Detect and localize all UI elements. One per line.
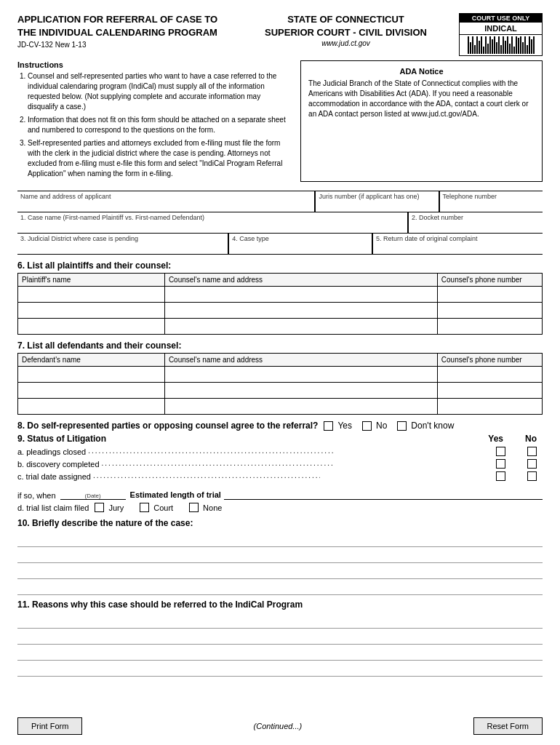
plaintiff-phone-2[interactable] [437, 303, 542, 319]
plaintiff-phone-1[interactable] [437, 287, 542, 303]
return-date-input[interactable] [376, 244, 540, 252]
section10-field-1[interactable] [17, 531, 543, 546]
field-return-date: 5. Return date of original complaint [372, 234, 543, 254]
defendant-name-2[interactable] [18, 383, 165, 399]
section10-line-2[interactable] [17, 547, 543, 563]
section11-line-1[interactable] [17, 613, 543, 629]
trial-court-checkbox[interactable] [140, 503, 149, 512]
section11-line-3[interactable] [17, 645, 543, 661]
table-row [18, 287, 543, 303]
field-case-name: 1. Case name (First-named Plaintiff vs. … [17, 212, 408, 233]
field-docket: 2. Docket number [408, 212, 543, 233]
ada-notice-box: ADA Notice The Judicial Branch of the St… [300, 60, 543, 182]
phone-input[interactable] [443, 202, 540, 210]
page-footer: Print Form (Continued...) Reset Form [17, 717, 543, 735]
section9-row-d: d. trial list claim filed Jury Court Non… [17, 503, 543, 512]
page-header: APPLICATION FOR REFERRAL OF CASE TO THE … [17, 13, 543, 56]
section9-b-no-checkbox[interactable] [527, 459, 537, 469]
table-row [18, 319, 543, 335]
plaintiff-phone-3[interactable] [437, 319, 542, 335]
plaintiff-counsel-1[interactable] [164, 287, 437, 303]
district-input[interactable] [20, 244, 225, 252]
print-form-button[interactable]: Print Form [17, 717, 82, 735]
section6-col-phone: Counsel's phone number [437, 274, 542, 287]
district-label: 3. Judicial District where case is pendi… [20, 235, 225, 242]
return-date-label: 5. Return date of original complaint [376, 235, 540, 242]
field-row-1: Name and address of applicant Juris numb… [17, 191, 543, 212]
section10-line-3[interactable] [17, 563, 543, 579]
section6-title: 6. List all plaintiffs and their counsel… [17, 260, 543, 271]
trial-none-group[interactable]: None [189, 503, 222, 512]
plaintiff-name-3[interactable] [18, 319, 165, 335]
plaintiff-name-1[interactable] [18, 287, 165, 303]
defendant-counsel-1[interactable] [164, 367, 437, 383]
section11-field-3[interactable] [17, 645, 543, 660]
section9-row-c: c. trial date assigned .................… [17, 471, 543, 481]
form-fields: Name and address of applicant Juris numb… [17, 191, 543, 255]
section9-c-yes-checkbox[interactable] [496, 471, 505, 481]
section8-yes-group[interactable]: Yes [324, 421, 352, 431]
court-name: STATE OF CONNECTICUT SUPERIOR COURT - CI… [236, 13, 455, 39]
defendant-name-1[interactable] [18, 367, 165, 383]
section11-field-4[interactable] [17, 661, 543, 676]
section11-field-2[interactable] [17, 629, 543, 644]
section10-title: 10. Briefly describe the nature of the c… [17, 518, 543, 528]
app-title: APPLICATION FOR REFERRAL OF CASE TO THE … [17, 13, 236, 39]
section9-a-yes-checkbox[interactable] [496, 447, 505, 456]
section11-field-1[interactable] [17, 613, 543, 628]
defendant-phone-1[interactable] [437, 367, 542, 383]
continued-label: (Continued...) [254, 722, 303, 730]
case-type-input[interactable] [232, 244, 369, 252]
defendant-counsel-3[interactable] [164, 399, 437, 415]
docket-label: 2. Docket number [412, 214, 540, 221]
section10-field-4[interactable] [17, 579, 543, 594]
juris-input[interactable] [319, 202, 435, 210]
defendant-name-3[interactable] [18, 399, 165, 415]
reset-form-button[interactable]: Reset Form [473, 717, 543, 735]
instruction-2: Information that does not fit on this fo… [28, 115, 289, 135]
estimated-length-field[interactable] [224, 490, 543, 498]
section10-field-2[interactable] [17, 547, 543, 562]
section8-yes-checkbox[interactable] [324, 421, 333, 431]
section9-yes-no-header: Yes No [488, 434, 537, 444]
section8-no-checkbox[interactable] [362, 421, 372, 431]
plaintiff-name-2[interactable] [18, 303, 165, 319]
date-when-input[interactable]: (Date) [60, 484, 126, 500]
defendant-phone-3[interactable] [437, 399, 542, 415]
trial-court-group[interactable]: Court [140, 503, 173, 512]
section8-dontknow-group[interactable]: Don't know [397, 421, 454, 431]
name-address-input[interactable] [20, 202, 311, 210]
section9-a-no-checkbox[interactable] [527, 447, 537, 456]
section9-a-label: a. pleadings closed ....................… [17, 447, 496, 456]
section10-line-4[interactable] [17, 579, 543, 595]
name-label: Name and address of applicant [20, 193, 311, 200]
instructions-ada-section: Instructions Counsel and self-represente… [17, 60, 543, 182]
estimated-length-input[interactable] [224, 490, 543, 500]
trial-none-checkbox[interactable] [189, 503, 199, 512]
trial-jury-group[interactable]: Jury [95, 503, 124, 512]
plaintiff-counsel-3[interactable] [164, 319, 437, 335]
trial-date-row: if so, when (Date) Estimated length of t… [17, 484, 543, 500]
section9-b-yes-checkbox[interactable] [496, 459, 505, 469]
defendant-counsel-2[interactable] [164, 383, 437, 399]
section7-title: 7. List all defendants and their counsel… [17, 340, 543, 351]
section8-dontknow-label: Don't know [411, 421, 454, 431]
section10-line-1[interactable] [17, 531, 543, 547]
section10-field-3[interactable] [17, 563, 543, 578]
plaintiff-counsel-2[interactable] [164, 303, 437, 319]
trial-jury-checkbox[interactable] [95, 503, 104, 512]
defendant-phone-2[interactable] [437, 383, 542, 399]
section11-line-4[interactable] [17, 661, 543, 677]
docket-input[interactable] [412, 223, 540, 231]
section9-c-no-checkbox[interactable] [527, 471, 537, 481]
case-name-input[interactable] [20, 223, 404, 231]
section8-dontknow-checkbox[interactable] [397, 421, 407, 431]
table-row [18, 383, 543, 399]
section8-no-group[interactable]: No [362, 421, 387, 431]
indical-label: INDICAL [460, 23, 542, 35]
date-when-field[interactable] [61, 484, 125, 493]
section9-title: 9. Status of Litigation [17, 434, 488, 444]
phone-label: Telephone number [443, 193, 540, 200]
section11-line-2[interactable] [17, 629, 543, 645]
table-row [18, 399, 543, 415]
